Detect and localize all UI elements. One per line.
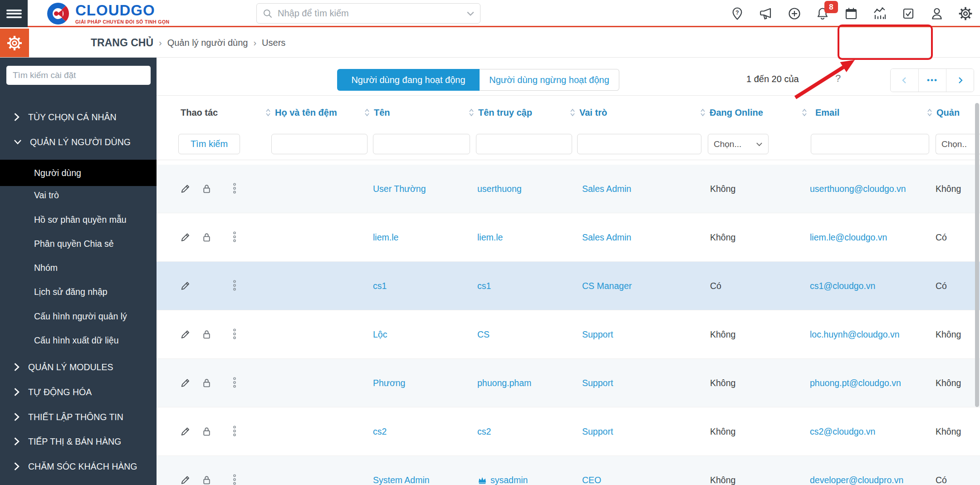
edit-pencil-icon[interactable] [180, 475, 191, 485]
announcement-icon[interactable] [756, 4, 776, 24]
column-header-first-name[interactable]: Họ và tên đệm [265, 102, 337, 123]
breadcrumb-section[interactable]: Quản lý người dùng [167, 38, 248, 48]
cell-role-link[interactable]: CS Manager [582, 281, 632, 291]
previous-page-button[interactable] [891, 69, 918, 92]
more-actions-kebab-icon[interactable] [231, 376, 238, 390]
more-pages-button[interactable]: ••• [918, 69, 946, 92]
username-link[interactable]: cs1 [477, 281, 491, 291]
cell-last-name-link[interactable]: cs2 [373, 426, 387, 437]
username-link[interactable]: sysadmin [490, 475, 528, 485]
username-link[interactable]: phuong.pham [477, 378, 531, 388]
hamburger-menu-button[interactable] [0, 0, 28, 27]
filter-username-input[interactable] [476, 134, 572, 154]
cell-role-link[interactable]: Support [582, 426, 613, 437]
sidebar-search-input[interactable] [6, 66, 151, 85]
breadcrumb-home[interactable]: TRANG CHỦ [91, 37, 153, 49]
sidebar-section-info-setup[interactable]: THIẾT LẬP THÔNG TIN [0, 405, 157, 429]
sidebar-item-login-history[interactable]: Lịch sử đăng nhập [0, 280, 157, 304]
location-help-icon[interactable]: ? [727, 4, 747, 24]
edit-pencil-icon[interactable] [180, 232, 191, 243]
username-link[interactable]: userthuong [477, 184, 522, 194]
sidebar-section-automation[interactable]: TỰ ĐỘNG HÓA [0, 380, 157, 404]
lock-icon[interactable] [201, 329, 212, 340]
filter-first-name-input[interactable] [271, 134, 368, 154]
settings-gear-icon[interactable] [956, 4, 975, 24]
edit-pencil-icon[interactable] [180, 426, 191, 437]
vertical-scrollbar[interactable] [975, 103, 979, 407]
sidebar-item-roles[interactable]: Vai trò [0, 183, 157, 207]
sidebar-item-sharing-rules[interactable]: Phân quyền Chia sẻ [0, 232, 157, 255]
sidebar-item-users[interactable]: Người dùng [0, 160, 157, 186]
filter-search-button[interactable]: Tìm kiếm [178, 134, 240, 154]
username-link[interactable]: cs2 [477, 426, 491, 436]
lock-icon[interactable] [201, 426, 212, 437]
column-header-online[interactable]: Đang Online [700, 102, 763, 123]
cell-last-name-link[interactable]: liem.le [373, 232, 398, 243]
cloudgo-logo[interactable]: CLOUDGO GIẢI PHÁP CHUYỂN ĐỔI SỐ TINH GỌN [45, 0, 169, 27]
cell-role-link[interactable]: Support [582, 378, 613, 388]
cell-last-name-link[interactable]: cs1 [373, 281, 387, 291]
filter-last-name-input[interactable] [373, 134, 470, 154]
column-header-last-name[interactable]: Tên [364, 102, 390, 123]
lock-icon[interactable] [201, 183, 212, 195]
more-actions-kebab-icon[interactable] [231, 328, 238, 341]
sidebar-section-customer-care[interactable]: CHĂM SÓC KHÁCH HÀNG [0, 455, 157, 478]
cell-email-link[interactable]: cs1@cloudgo.vn [810, 281, 875, 291]
settings-context-icon[interactable] [0, 29, 29, 57]
more-actions-kebab-icon[interactable] [231, 473, 238, 485]
sidebar-section-modules[interactable]: QUẢN LÝ MODULES [0, 355, 157, 379]
tasks-checkbox-icon[interactable] [898, 4, 918, 24]
sidebar-item-groups[interactable]: Nhóm [0, 256, 157, 279]
cell-last-name-link[interactable]: System Admin [373, 475, 430, 485]
cell-last-name-link[interactable]: Phương [373, 378, 405, 388]
cell-last-name-link[interactable]: Lộc [373, 329, 387, 340]
filter-email-input[interactable] [811, 134, 929, 154]
tab-active-users[interactable]: Người dùng đang hoạt động [337, 69, 480, 91]
filter-online-select[interactable]: Chọn... [708, 134, 769, 154]
cell-role-link[interactable]: Sales Admin [582, 184, 631, 194]
edit-pencil-icon[interactable] [180, 183, 191, 195]
column-header-role[interactable]: Vai trò [570, 102, 607, 123]
edit-pencil-icon[interactable] [180, 377, 191, 389]
column-header-email[interactable]: Email [802, 102, 839, 123]
global-search-box[interactable] [256, 3, 480, 24]
cell-email-link[interactable]: developer@cloudpro.vn [810, 475, 903, 485]
cell-role-link[interactable]: Support [582, 329, 613, 340]
tab-inactive-users[interactable]: Người dùng ngừng hoạt động [480, 69, 619, 91]
more-actions-kebab-icon[interactable] [231, 425, 238, 438]
cell-role-link[interactable]: Sales Admin [582, 232, 631, 243]
sidebar-item-export-config[interactable]: Cấu hình xuất dữ liệu [0, 328, 157, 352]
username-link[interactable]: CS [477, 329, 490, 339]
cell-email-link[interactable]: cs2@cloudgo.vn [810, 426, 875, 437]
filter-manager-select[interactable]: Chọn.. [936, 134, 980, 154]
cell-role-link[interactable]: CEO [582, 475, 601, 485]
sidebar-section-marketing-sales[interactable]: TIẾP THỊ & BÁN HÀNG [0, 430, 157, 453]
calendar-icon[interactable] [841, 4, 861, 24]
lock-icon[interactable] [201, 377, 212, 389]
lock-icon[interactable] [201, 475, 212, 485]
sidebar-section-personal[interactable]: TÙY CHỌN CÁ NHÂN [0, 105, 157, 129]
lock-icon[interactable] [201, 232, 212, 243]
cell-email-link[interactable]: loc.huynh@cloudgo.vn [810, 329, 900, 340]
cell-email-link[interactable]: liem.le@cloudgo.vn [810, 232, 887, 243]
cell-last-name-link[interactable]: User Thường [373, 184, 426, 194]
sidebar-section-user-management[interactable]: QUẢN LÝ NGƯỜI DÙNG [0, 130, 157, 154]
username-link[interactable]: liem.le [477, 232, 503, 242]
column-header-username[interactable]: Tên truy cập [469, 102, 532, 123]
reports-chart-icon[interactable] [870, 4, 890, 24]
cell-email-link[interactable]: userthuong@cloudgo.vn [810, 184, 906, 194]
quick-create-icon[interactable] [784, 4, 804, 24]
user-profile-icon[interactable] [927, 4, 947, 24]
filter-role-input[interactable] [577, 134, 701, 154]
sidebar-item-manager-config[interactable]: Cấu hình người quản lý [0, 304, 157, 328]
more-actions-kebab-icon[interactable] [231, 230, 238, 244]
edit-pencil-icon[interactable] [180, 280, 191, 292]
cell-email-link[interactable]: phuong.pt@cloudgo.vn [810, 378, 901, 388]
next-page-button[interactable] [946, 69, 974, 92]
column-header-manager[interactable]: Quản [927, 102, 960, 123]
global-search-input[interactable] [278, 8, 466, 19]
more-actions-kebab-icon[interactable] [231, 182, 238, 196]
help-icon[interactable]: ? [835, 73, 841, 84]
more-actions-kebab-icon[interactable] [231, 279, 238, 293]
edit-pencil-icon[interactable] [180, 329, 191, 340]
